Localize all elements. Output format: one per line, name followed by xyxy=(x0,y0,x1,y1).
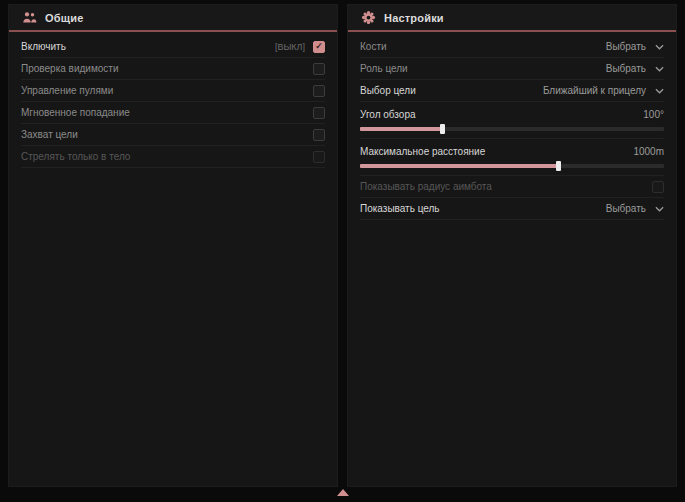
dropdown-value: Ближайший к прицелу xyxy=(543,85,646,96)
checkbox[interactable] xyxy=(652,181,664,193)
slider-fill xyxy=(360,164,558,168)
setting-row: Мгновенное попадание xyxy=(21,102,325,124)
setting-row: Проверка видимости xyxy=(21,58,325,80)
slider-thumb[interactable] xyxy=(556,161,561,171)
gear-icon xyxy=(361,10,376,25)
bottom-strip xyxy=(0,487,685,502)
panel-general-header: Общие xyxy=(9,5,337,32)
dropdown[interactable]: Выбрать xyxy=(606,203,664,214)
dropdown[interactable]: Выбрать xyxy=(606,63,664,74)
checkbox[interactable] xyxy=(313,85,325,97)
setting-row: Роль целиВыбрать xyxy=(360,58,664,80)
collapse-arrow-icon[interactable] xyxy=(337,489,349,496)
setting-row: Выбор целиБлижайший к прицелу xyxy=(360,80,664,102)
setting-label: Максимальное расстояние xyxy=(360,146,485,157)
setting-control-group xyxy=(652,181,664,193)
setting-control-group: [ВЫКЛ]✓ xyxy=(275,41,325,53)
panel-settings-header: Настройки xyxy=(348,5,676,32)
setting-row: Захват цели xyxy=(21,124,325,146)
dropdown[interactable]: Выбрать xyxy=(606,41,664,52)
panel-title: Настройки xyxy=(384,12,444,24)
dropdown[interactable]: Ближайший к прицелу xyxy=(543,85,664,96)
setting-control-group xyxy=(313,129,325,141)
setting-label: Управление пулями xyxy=(21,85,113,96)
setting-label: Захват цели xyxy=(21,129,78,140)
setting-label: Включить xyxy=(21,41,66,52)
setting-control-group xyxy=(313,85,325,97)
setting-row: КостиВыбрать xyxy=(360,36,664,58)
chevron-down-icon xyxy=(655,44,664,50)
setting-label: Выбор цели xyxy=(360,85,416,96)
setting-label: Проверка видимости xyxy=(21,63,119,74)
chevron-down-icon xyxy=(655,88,664,94)
setting-label: Показывать радиус аимбота xyxy=(360,181,492,192)
slider-fill xyxy=(360,127,442,131)
setting-control-group xyxy=(313,107,325,119)
panel-title: Общие xyxy=(45,12,84,24)
setting-label: Показывать цель xyxy=(360,203,440,214)
checkbox[interactable] xyxy=(313,107,325,119)
setting-control-group xyxy=(313,151,325,163)
panel-general-rows: Включить[ВЫКЛ]✓Проверка видимостиУправле… xyxy=(9,32,337,168)
slider-label-row: Максимальное расстояние1000m xyxy=(360,143,664,159)
panel-settings: Настройки КостиВыбратьРоль целиВыбратьВы… xyxy=(347,4,677,487)
setting-row: Включить[ВЫКЛ]✓ xyxy=(21,36,325,58)
setting-row: Угол обзора100° xyxy=(360,102,664,139)
setting-control-group xyxy=(313,63,325,75)
setting-label: Мгновенное попадание xyxy=(21,107,130,118)
dropdown-value: Выбрать xyxy=(606,63,646,74)
setting-row: Стрелять только в тело xyxy=(21,146,325,168)
chevron-down-icon xyxy=(655,66,664,72)
checkbox[interactable] xyxy=(313,63,325,75)
setting-label: Угол обзора xyxy=(360,109,416,120)
setting-label: Стрелять только в тело xyxy=(21,151,130,162)
panel-settings-rows: КостиВыбратьРоль целиВыбратьВыбор целиБл… xyxy=(348,32,676,220)
setting-label: Кости xyxy=(360,41,387,52)
hotkey-badge: [ВЫКЛ] xyxy=(275,42,305,52)
setting-row: Управление пулями xyxy=(21,80,325,102)
setting-row: Показывать радиус аимбота xyxy=(360,176,664,198)
chevron-down-icon xyxy=(655,206,664,212)
checkmark-icon: ✓ xyxy=(315,42,323,51)
slider-value: 100° xyxy=(643,109,664,120)
slider-value: 1000m xyxy=(633,146,664,157)
panel-general: Общие Включить[ВЫКЛ]✓Проверка видимостиУ… xyxy=(8,4,338,487)
setting-row: Показывать цельВыбрать xyxy=(360,198,664,220)
slider-thumb[interactable] xyxy=(440,124,445,134)
setting-label: Роль цели xyxy=(360,63,408,74)
users-icon xyxy=(22,10,37,25)
slider[interactable] xyxy=(360,164,664,168)
checkbox[interactable]: ✓ xyxy=(313,41,325,53)
checkbox[interactable] xyxy=(313,151,325,163)
slider-label-row: Угол обзора100° xyxy=(360,106,664,122)
dropdown-value: Выбрать xyxy=(606,203,646,214)
settings-window: Общие Включить[ВЫКЛ]✓Проверка видимостиУ… xyxy=(0,0,685,487)
slider[interactable] xyxy=(360,127,664,131)
dropdown-value: Выбрать xyxy=(606,41,646,52)
setting-row: Максимальное расстояние1000m xyxy=(360,139,664,176)
checkbox[interactable] xyxy=(313,129,325,141)
